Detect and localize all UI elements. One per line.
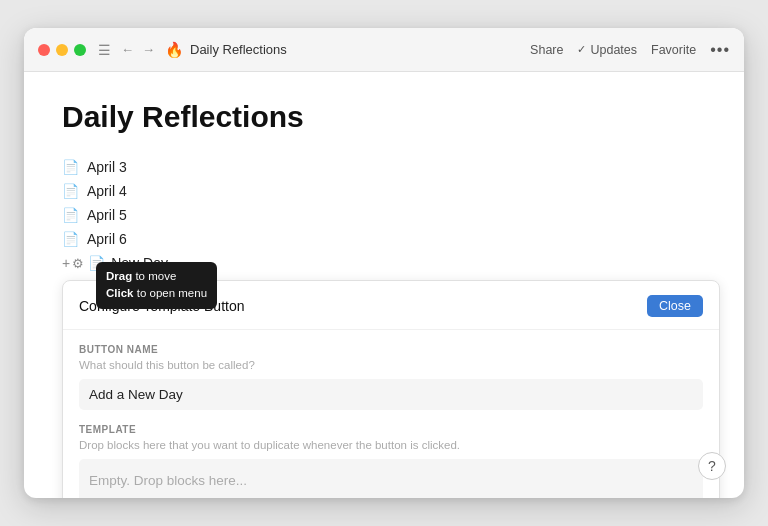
doc-icon: 📄 [62,183,79,199]
doc-label: April 5 [87,207,127,223]
favorite-button[interactable]: Favorite [651,43,696,57]
forward-icon[interactable]: → [142,42,155,57]
doc-icon: 📄 [62,159,79,175]
list-item[interactable]: 📄 April 3 [62,156,706,178]
doc-label: April 6 [87,231,127,247]
titlebar: ☰ ← → 🔥 Daily Reflections Share ✓ Update… [24,28,744,72]
titlebar-title: 🔥 Daily Reflections [165,41,530,59]
button-name-input[interactable] [79,379,703,410]
tooltip-click-label: Click [106,287,134,299]
doc-label: April 4 [87,183,127,199]
list-item[interactable]: 📄 April 5 [62,204,706,226]
template-sublabel: Drop blocks here that you want to duplic… [79,439,703,451]
template-drop-area[interactable]: Empty. Drop blocks here... [79,459,703,498]
tooltip-drag-label: Drag [106,270,132,282]
title-emoji: 🔥 [165,41,184,59]
button-name-label: BUTTON NAME [79,344,703,355]
tooltip: Drag to move Click to open menu [96,262,217,309]
doc-label: April 3 [87,159,127,175]
template-label: TEMPLATE [79,424,703,435]
configure-body: BUTTON NAME What should this button be c… [63,330,719,498]
titlebar-title-text: Daily Reflections [190,42,287,57]
close-button[interactable]: Close [647,295,703,317]
tooltip-click-suffix: to open menu [134,287,208,299]
help-button[interactable]: ? [698,452,726,480]
close-traffic-light[interactable] [38,44,50,56]
back-icon[interactable]: ← [121,42,134,57]
button-name-group: BUTTON NAME What should this button be c… [79,344,703,410]
check-icon: ✓ [577,43,586,56]
page-title: Daily Reflections [62,100,706,134]
list-item[interactable]: 📄 April 6 [62,228,706,250]
doc-icon: 📄 [62,231,79,247]
doc-list: 📄 April 3 📄 April 4 📄 April 5 📄 April 6 [62,156,706,250]
maximize-traffic-light[interactable] [74,44,86,56]
button-name-sublabel: What should this button be called? [79,359,703,371]
app-window: ☰ ← → 🔥 Daily Reflections Share ✓ Update… [24,28,744,498]
configure-template-panel: Configure Template Button Close BUTTON N… [62,280,720,498]
template-group: TEMPLATE Drop blocks here that you want … [79,424,703,498]
traffic-lights [38,44,86,56]
tooltip-drag-suffix: to move [132,270,176,282]
titlebar-nav: ☰ ← → [98,42,155,58]
add-button[interactable]: + [62,255,70,271]
hamburger-icon[interactable]: ☰ [98,42,111,58]
titlebar-actions: Share ✓ Updates Favorite ••• [530,41,730,59]
new-day-controls: + ⚙ [62,255,84,271]
main-content: Daily Reflections 📄 April 3 📄 April 4 📄 … [24,72,744,498]
list-item[interactable]: 📄 April 4 [62,180,706,202]
share-button[interactable]: Share [530,43,563,57]
updates-label: Updates [590,43,637,57]
more-button[interactable]: ••• [710,41,730,59]
doc-icon: 📄 [62,207,79,223]
settings-icon[interactable]: ⚙ [72,256,84,271]
updates-button[interactable]: ✓ Updates [577,43,637,57]
minimize-traffic-light[interactable] [56,44,68,56]
